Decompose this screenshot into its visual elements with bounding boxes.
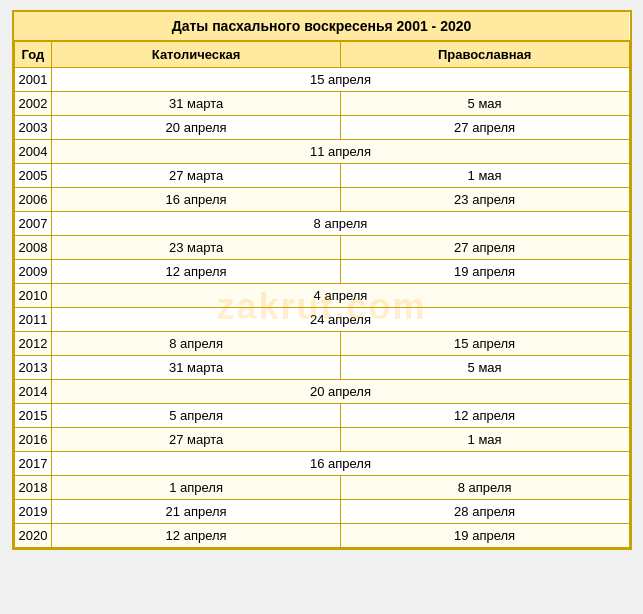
catholic-date-cell: 5 апреля <box>52 404 340 428</box>
table-row: 20128 апреля15 апреля <box>14 332 629 356</box>
catholic-date-cell: 8 апреля <box>52 332 340 356</box>
orthodox-date-cell: 1 мая <box>340 164 629 188</box>
orthodox-date-cell: 5 мая <box>340 356 629 380</box>
title-row: Даты пасхального воскресенья 2001 - 2020 <box>14 12 629 41</box>
catholic-date-cell: 27 марта <box>52 164 340 188</box>
year-cell: 2013 <box>14 356 52 380</box>
combined-date-cell: 24 апреля <box>52 308 629 332</box>
table-row: 20104 апреля <box>14 284 629 308</box>
year-cell: 2009 <box>14 260 52 284</box>
orthodox-date-cell: 19 апреля <box>340 524 629 548</box>
catholic-date-cell: 1 апреля <box>52 476 340 500</box>
orthodox-date-cell: 8 апреля <box>340 476 629 500</box>
table-title: Даты пасхального воскресенья 2001 - 2020 <box>14 12 629 41</box>
table-row: 200616 апреля23 апреля <box>14 188 629 212</box>
year-cell: 2002 <box>14 92 52 116</box>
orthodox-header: Православная <box>340 41 629 68</box>
table-body: 200115 апреля200231 марта5 мая200320 апр… <box>14 68 629 548</box>
year-cell: 2006 <box>14 188 52 212</box>
table-row: 200912 апреля19 апреля <box>14 260 629 284</box>
catholic-date-cell: 23 марта <box>52 236 340 260</box>
year-cell: 2019 <box>14 500 52 524</box>
orthodox-date-cell: 23 апреля <box>340 188 629 212</box>
year-cell: 2016 <box>14 428 52 452</box>
table-row: 200320 апреля27 апреля <box>14 116 629 140</box>
table-row: 201921 апреля28 апреля <box>14 500 629 524</box>
table-row: 20155 апреля12 апреля <box>14 404 629 428</box>
year-header: Год <box>14 41 52 68</box>
header-row: Год Католическая Православная <box>14 41 629 68</box>
combined-date-cell: 15 апреля <box>52 68 629 92</box>
year-cell: 2001 <box>14 68 52 92</box>
catholic-date-cell: 20 апреля <box>52 116 340 140</box>
table-row: 20181 апреля8 апреля <box>14 476 629 500</box>
year-cell: 2018 <box>14 476 52 500</box>
year-cell: 2007 <box>14 212 52 236</box>
year-cell: 2012 <box>14 332 52 356</box>
orthodox-date-cell: 15 апреля <box>340 332 629 356</box>
table-row: 200527 марта1 мая <box>14 164 629 188</box>
table-row: 200411 апреля <box>14 140 629 164</box>
catholic-date-cell: 12 апреля <box>52 260 340 284</box>
year-cell: 2005 <box>14 164 52 188</box>
orthodox-date-cell: 27 апреля <box>340 116 629 140</box>
table-row: 201124 апреля <box>14 308 629 332</box>
year-cell: 2014 <box>14 380 52 404</box>
orthodox-date-cell: 12 апреля <box>340 404 629 428</box>
orthodox-date-cell: 28 апреля <box>340 500 629 524</box>
orthodox-date-cell: 27 апреля <box>340 236 629 260</box>
year-cell: 2017 <box>14 452 52 476</box>
catholic-date-cell: 31 марта <box>52 356 340 380</box>
table-row: 201331 марта5 мая <box>14 356 629 380</box>
table-row: 20078 апреля <box>14 212 629 236</box>
year-cell: 2008 <box>14 236 52 260</box>
table-row: 201716 апреля <box>14 452 629 476</box>
combined-date-cell: 8 апреля <box>52 212 629 236</box>
main-container: zakrut.com Даты пасхального воскресенья … <box>12 10 632 550</box>
orthodox-date-cell: 1 мая <box>340 428 629 452</box>
combined-date-cell: 16 апреля <box>52 452 629 476</box>
easter-table: Даты пасхального воскресенья 2001 - 2020… <box>14 12 630 548</box>
year-cell: 2015 <box>14 404 52 428</box>
year-cell: 2004 <box>14 140 52 164</box>
catholic-header: Католическая <box>52 41 340 68</box>
table-row: 200823 марта27 апреля <box>14 236 629 260</box>
table-row: 201420 апреля <box>14 380 629 404</box>
catholic-date-cell: 31 марта <box>52 92 340 116</box>
orthodox-date-cell: 5 мая <box>340 92 629 116</box>
catholic-date-cell: 27 марта <box>52 428 340 452</box>
table-row: 200231 марта5 мая <box>14 92 629 116</box>
combined-date-cell: 20 апреля <box>52 380 629 404</box>
table-row: 202012 апреля19 апреля <box>14 524 629 548</box>
table-row: 200115 апреля <box>14 68 629 92</box>
catholic-date-cell: 12 апреля <box>52 524 340 548</box>
year-cell: 2020 <box>14 524 52 548</box>
table-row: 201627 марта1 мая <box>14 428 629 452</box>
catholic-date-cell: 16 апреля <box>52 188 340 212</box>
orthodox-date-cell: 19 апреля <box>340 260 629 284</box>
catholic-date-cell: 21 апреля <box>52 500 340 524</box>
combined-date-cell: 11 апреля <box>52 140 629 164</box>
combined-date-cell: 4 апреля <box>52 284 629 308</box>
year-cell: 2003 <box>14 116 52 140</box>
year-cell: 2011 <box>14 308 52 332</box>
year-cell: 2010 <box>14 284 52 308</box>
